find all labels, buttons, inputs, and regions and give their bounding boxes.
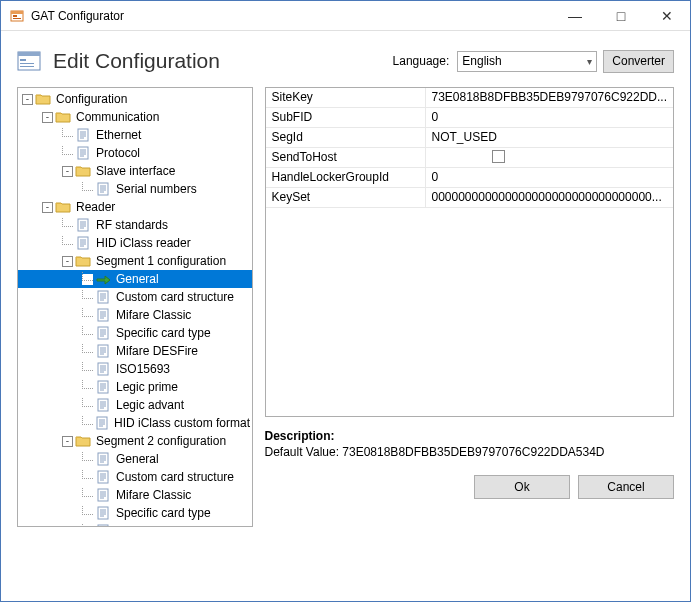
doc-icon: [95, 181, 111, 197]
svg-rect-2: [13, 15, 17, 17]
property-name: SiteKey: [266, 88, 426, 107]
property-value[interactable]: 0: [426, 168, 674, 187]
property-row[interactable]: SegIdNOT_USED: [266, 128, 674, 148]
svg-rect-9: [78, 129, 88, 141]
tree-node[interactable]: Mifare Classic: [18, 486, 252, 504]
tree-connector: [82, 184, 93, 195]
tree-node[interactable]: ISO15693: [18, 360, 252, 378]
chevron-down-icon: ▾: [587, 56, 592, 67]
property-row[interactable]: KeySet000000000000000000000000000000000.…: [266, 188, 674, 208]
property-value[interactable]: [426, 148, 674, 167]
svg-rect-24: [78, 219, 88, 231]
tree-node[interactable]: General: [18, 270, 252, 288]
tree-node[interactable]: Mifare Classic: [18, 306, 252, 324]
svg-rect-84: [98, 489, 108, 501]
collapse-icon[interactable]: -: [62, 256, 73, 267]
tree-node[interactable]: Custom card structure: [18, 468, 252, 486]
svg-rect-44: [98, 327, 108, 339]
collapse-icon[interactable]: -: [62, 166, 73, 177]
tree-node[interactable]: HID iClass reader: [18, 234, 252, 252]
arrow-icon: [95, 271, 111, 287]
tree-node[interactable]: Legic advant: [18, 396, 252, 414]
tree-node[interactable]: Protocol: [18, 144, 252, 162]
tree-connector: [82, 274, 93, 285]
tree-node[interactable]: Mifare DESFire: [18, 342, 252, 360]
converter-button[interactable]: Converter: [603, 50, 674, 73]
ok-button[interactable]: Ok: [474, 475, 570, 499]
tree-node-label: HID iClass reader: [94, 236, 193, 250]
svg-rect-19: [98, 183, 108, 195]
tree-node[interactable]: -Configuration: [18, 90, 252, 108]
collapse-icon[interactable]: -: [62, 436, 73, 447]
tree-node[interactable]: Specific card type: [18, 504, 252, 522]
tree-node[interactable]: -Communication: [18, 108, 252, 126]
tree-node-label: Custom card structure: [114, 290, 236, 304]
svg-rect-29: [78, 237, 88, 249]
svg-rect-5: [18, 52, 40, 56]
tree-node[interactable]: Mifare DESFire: [18, 522, 252, 527]
tree-node[interactable]: -Segment 2 configuration: [18, 432, 252, 450]
checkbox[interactable]: [492, 150, 505, 163]
svg-rect-8: [20, 66, 34, 67]
cancel-button[interactable]: Cancel: [578, 475, 674, 499]
tree-node[interactable]: -Slave interface: [18, 162, 252, 180]
svg-rect-64: [98, 399, 108, 411]
tree-node[interactable]: RF standards: [18, 216, 252, 234]
tree-node[interactable]: General: [18, 450, 252, 468]
property-row[interactable]: SubFID0: [266, 108, 674, 128]
property-row[interactable]: SendToHost: [266, 148, 674, 168]
tree-node-label: Protocol: [94, 146, 142, 160]
property-row[interactable]: SiteKey73E0818B8DFBB35DEB9797076C922DD..…: [266, 88, 674, 108]
tree-node[interactable]: HID iClass custom format: [18, 414, 252, 432]
property-row[interactable]: HandleLockerGroupId0: [266, 168, 674, 188]
tree-node-label: Ethernet: [94, 128, 143, 142]
minimize-button[interactable]: —: [552, 1, 598, 30]
doc-icon: [95, 307, 111, 323]
svg-rect-6: [20, 59, 26, 61]
titlebar: GAT Configurator — □ ✕: [1, 1, 690, 31]
tree-connector: [82, 292, 93, 303]
property-value[interactable]: NOT_USED: [426, 128, 674, 147]
collapse-icon[interactable]: -: [22, 94, 33, 105]
header: Edit Configuration Language: English ▾ C…: [17, 49, 674, 73]
doc-icon: [75, 145, 91, 161]
app-icon: [9, 8, 25, 24]
tree-node-label: Specific card type: [114, 506, 213, 520]
window-title: GAT Configurator: [31, 9, 552, 23]
tree-node[interactable]: Serial numbers: [18, 180, 252, 198]
svg-rect-34: [98, 291, 108, 303]
svg-rect-1: [11, 11, 23, 14]
tree-connector: [82, 472, 93, 483]
tree-node[interactable]: Legic prime: [18, 378, 252, 396]
collapse-icon[interactable]: -: [42, 202, 53, 213]
tree-connector: [82, 328, 93, 339]
tree-connector: [62, 220, 73, 231]
tree-node[interactable]: Ethernet: [18, 126, 252, 144]
tree-connector: [82, 508, 93, 519]
tree-node-label: Custom card structure: [114, 470, 236, 484]
tree-node[interactable]: Specific card type: [18, 324, 252, 342]
doc-icon: [95, 289, 111, 305]
doc-icon: [95, 325, 111, 341]
config-tree[interactable]: -Configuration-CommunicationEthernetProt…: [17, 87, 253, 527]
property-grid[interactable]: SiteKey73E0818B8DFBB35DEB9797076C922DD..…: [265, 87, 675, 417]
tree-node[interactable]: -Segment 1 configuration: [18, 252, 252, 270]
svg-rect-54: [98, 363, 108, 375]
tree-node-label: Legic prime: [114, 380, 180, 394]
tree-node-label: Mifare Classic: [114, 308, 193, 322]
property-value[interactable]: 73E0818B8DFBB35DEB9797076C922DD...: [426, 88, 674, 107]
tree-connector: [82, 310, 93, 321]
property-value[interactable]: 000000000000000000000000000000000...: [426, 188, 674, 207]
tree-node[interactable]: Custom card structure: [18, 288, 252, 306]
close-button[interactable]: ✕: [644, 1, 690, 30]
svg-rect-69: [97, 417, 107, 429]
collapse-icon[interactable]: -: [42, 112, 53, 123]
maximize-button[interactable]: □: [598, 1, 644, 30]
svg-rect-7: [20, 63, 34, 64]
language-select[interactable]: English ▾: [457, 51, 597, 72]
tree-node-label: RF standards: [94, 218, 170, 232]
property-value[interactable]: 0: [426, 108, 674, 127]
tree-node-label: Legic advant: [114, 398, 186, 412]
tree-node-label: Mifare DESFire: [114, 524, 200, 527]
tree-node[interactable]: -Reader: [18, 198, 252, 216]
